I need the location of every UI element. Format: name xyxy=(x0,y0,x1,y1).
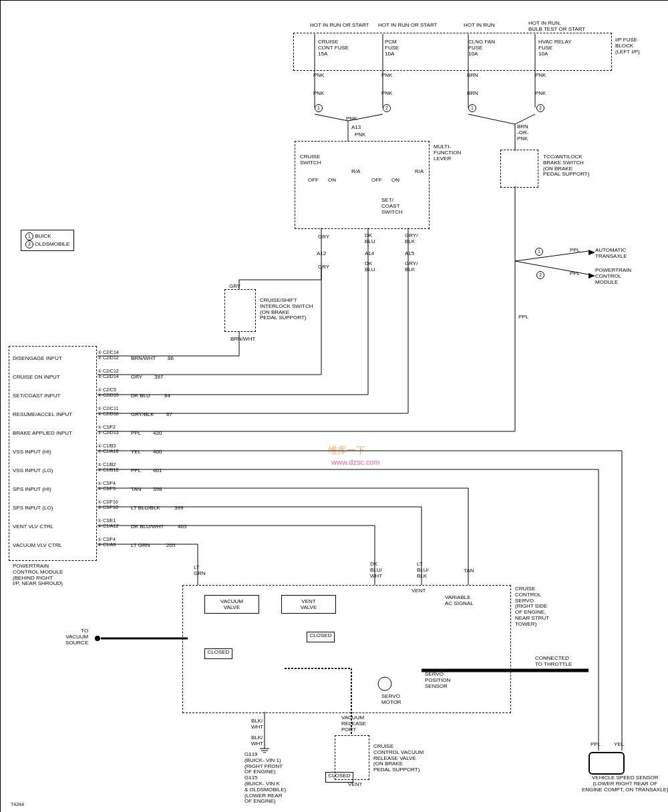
svg-point-42 xyxy=(378,677,391,690)
svg-marker-14 xyxy=(589,273,595,278)
svg-line-5 xyxy=(348,114,383,121)
wiring-svg xyxy=(1,1,668,812)
wiring-diagram: HOT IN RUN OR START HOT IN RUN OR START … xyxy=(0,0,668,812)
svg-point-40 xyxy=(95,636,100,641)
svg-line-8 xyxy=(515,114,535,124)
svg-line-11 xyxy=(515,251,589,261)
svg-line-4 xyxy=(315,114,348,121)
svg-line-7 xyxy=(468,114,515,124)
svg-line-12 xyxy=(515,261,589,274)
svg-marker-13 xyxy=(589,250,595,255)
